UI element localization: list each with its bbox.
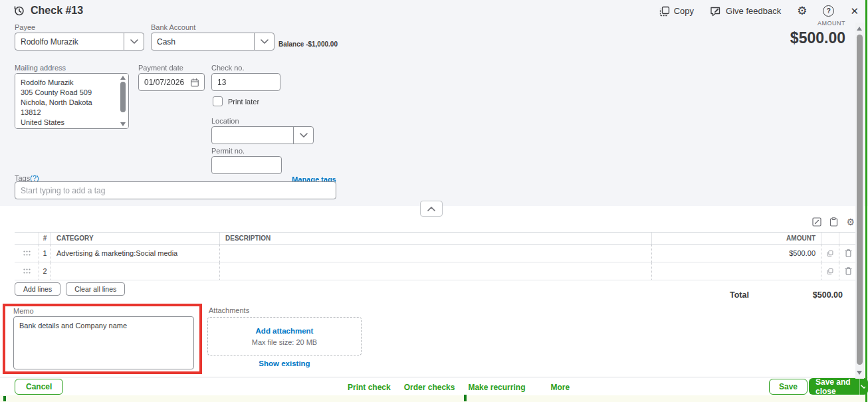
add-attachment-link[interactable]: Add attachment <box>256 327 314 335</box>
chevron-down-icon[interactable] <box>293 127 313 144</box>
help-icon[interactable]: ? <box>823 5 834 17</box>
attachment-dropzone[interactable]: Add attachment Max file size: 20 MB <box>207 317 362 355</box>
scroll-down-icon[interactable] <box>857 371 862 375</box>
col-header-num: # <box>39 233 51 244</box>
amount-cell[interactable] <box>651 262 821 280</box>
payment-date-label: Payment date <box>138 64 183 72</box>
bank-account-input[interactable] <box>152 33 254 50</box>
show-existing-link[interactable]: Show existing <box>259 359 310 367</box>
clear-all-lines-button[interactable]: Clear all lines <box>66 282 125 296</box>
chevron-up-icon <box>427 207 435 211</box>
save-button[interactable]: Save <box>769 379 808 395</box>
category-cell[interactable] <box>51 262 219 280</box>
permit-no-label: Permit no. <box>211 147 245 155</box>
table-header-row: # CATEGORY DESCRIPTION AMOUNT <box>15 232 857 245</box>
recent-transactions-icon[interactable] <box>13 5 25 17</box>
bank-account-select[interactable] <box>151 33 274 50</box>
col-header-description: DESCRIPTION <box>219 233 651 244</box>
drag-handle-icon[interactable] <box>15 262 39 280</box>
print-later-label: Print later <box>228 98 259 106</box>
header: Check #13 <box>13 5 83 17</box>
delete-row-icon[interactable] <box>839 245 857 262</box>
row-number: 2 <box>39 262 51 280</box>
address-scrollbar[interactable] <box>118 74 128 128</box>
amount-label: AMOUNT <box>790 20 845 27</box>
add-lines-button[interactable]: Add lines <box>15 282 60 296</box>
cursor-artifact <box>3 396 6 401</box>
amount-value: $500.00 <box>790 29 845 47</box>
settings-icon[interactable]: ⚙ <box>797 5 807 17</box>
payment-date-input[interactable] <box>139 74 185 90</box>
order-checks-link[interactable]: Order checks <box>404 383 455 392</box>
calendar-icon[interactable] <box>185 74 204 90</box>
max-file-size-text: Max file size: 20 MB <box>252 338 317 346</box>
memo-label: Memo <box>13 307 34 315</box>
mailing-address-field: Rodolfo Murazik 305 County Road 509 Nich… <box>15 73 129 129</box>
feedback-icon <box>710 6 722 17</box>
cursor-artifact <box>464 395 467 401</box>
col-header-amount: AMOUNT <box>651 233 821 244</box>
clipboard-icon[interactable] <box>829 217 838 227</box>
scrollbar-thumb[interactable] <box>857 35 863 365</box>
attachments-label: Attachments <box>209 306 249 314</box>
close-icon[interactable]: ✕ <box>850 6 859 16</box>
duplicate-row-icon[interactable] <box>821 262 839 280</box>
mailing-address-label: Mailing address <box>15 64 66 72</box>
bank-balance: Balance -$1,000.00 <box>278 41 338 48</box>
bottom-strip <box>0 395 868 402</box>
location-input[interactable] <box>212 127 293 144</box>
payee-input[interactable] <box>15 33 124 50</box>
scroll-up-icon[interactable] <box>857 27 862 31</box>
drag-handle-icon[interactable] <box>15 245 39 262</box>
table-row: 1 Advertising & marketing:Social media $… <box>15 245 857 262</box>
duplicate-row-icon[interactable] <box>821 245 839 262</box>
more-link[interactable]: More <box>550 383 570 392</box>
location-label: Location <box>211 117 239 125</box>
scrollbar-thumb[interactable] <box>120 82 126 112</box>
memo-textarea[interactable]: Bank details and Company name <box>13 316 194 369</box>
scroll-down-icon[interactable] <box>120 122 126 126</box>
copy-button[interactable]: Copy <box>659 6 694 17</box>
tags-input[interactable] <box>15 181 336 199</box>
save-and-close-button[interactable]: Save and close <box>809 378 868 395</box>
resize-table-icon[interactable] <box>812 217 821 227</box>
delete-row-icon[interactable] <box>839 262 857 280</box>
mailing-address-textarea[interactable]: Rodolfo Murazik 305 County Road 509 Nich… <box>15 73 129 129</box>
table-row: 2 <box>15 262 857 280</box>
amount-cell[interactable]: $500.00 <box>651 245 821 262</box>
payment-date-field[interactable] <box>138 73 205 91</box>
window-edge-accent <box>865 0 867 402</box>
total-value: $500.00 <box>764 290 843 300</box>
category-cell[interactable]: Advertising & marketing:Social media <box>51 245 219 262</box>
description-cell[interactable] <box>219 262 651 280</box>
chevron-down-icon[interactable] <box>124 33 144 50</box>
cancel-button[interactable]: Cancel <box>15 379 63 395</box>
bank-account-label: Bank Account <box>151 23 195 31</box>
make-recurring-link[interactable]: Make recurring <box>468 383 525 392</box>
line-items-table: # CATEGORY DESCRIPTION AMOUNT 1 Advertis… <box>15 232 857 280</box>
location-select[interactable] <box>211 126 314 144</box>
check-no-input[interactable] <box>211 73 280 91</box>
collapse-section-button[interactable] <box>420 201 443 217</box>
amount-summary: AMOUNT $500.00 <box>790 20 845 47</box>
payee-label: Payee <box>15 23 35 31</box>
page-title: Check #13 <box>31 5 83 17</box>
print-later-checkbox[interactable] <box>213 96 223 106</box>
footer-divider <box>0 377 868 377</box>
copy-icon <box>659 6 670 17</box>
give-feedback-button[interactable]: Give feedback <box>710 6 781 17</box>
col-header-category: CATEGORY <box>51 233 219 244</box>
total-label: Total <box>730 290 749 300</box>
table-settings-icon[interactable]: ⚙ <box>846 217 855 227</box>
print-check-link[interactable]: Print check <box>348 383 391 392</box>
row-number: 1 <box>39 245 51 262</box>
check-no-label: Check no. <box>211 64 245 72</box>
description-cell[interactable] <box>219 245 651 262</box>
scroll-up-icon[interactable] <box>120 76 126 80</box>
chevron-down-icon[interactable] <box>254 33 274 50</box>
payee-select[interactable] <box>15 33 144 50</box>
